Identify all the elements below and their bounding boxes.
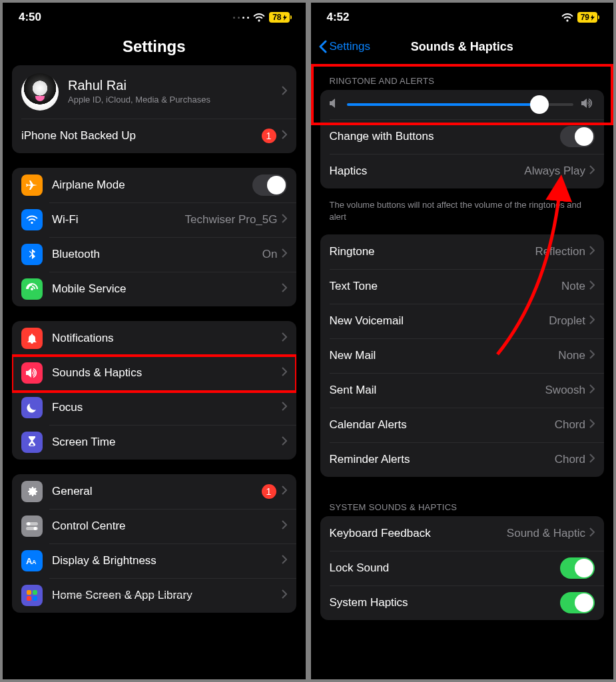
lock-sound-toggle[interactable] xyxy=(560,557,595,579)
svg-rect-9 xyxy=(33,596,37,601)
section-header-ringtone: RINGTONE AND ALERTS xyxy=(320,65,605,90)
keyboard-feedback-row[interactable]: Keyboard Feedback Sound & Haptic xyxy=(320,516,605,551)
volume-slider-row[interactable] xyxy=(320,90,605,119)
profile-sub: Apple ID, iCloud, Media & Purchases xyxy=(68,95,282,106)
airplane-row[interactable]: Airplane Mode xyxy=(12,168,296,202)
system-sounds-group: Keyboard Feedback Sound & Haptic Lock So… xyxy=(320,516,605,620)
chevron-right-icon xyxy=(282,86,287,98)
profile-name: Rahul Rai xyxy=(68,78,282,93)
badge: 1 xyxy=(262,484,276,499)
chevron-right-icon xyxy=(589,454,595,466)
notifications-row[interactable]: Notifications xyxy=(12,321,296,356)
section-header-system: SYSTEM SOUNDS & HAPTICS xyxy=(320,492,605,516)
speaker-low-icon xyxy=(330,99,339,111)
nav-header: Settings Sounds & Haptics xyxy=(311,32,614,61)
ringtone-alerts-group: Change with Buttons Haptics Always Play xyxy=(320,90,605,188)
airplane-toggle[interactable] xyxy=(252,174,287,196)
bell-icon xyxy=(21,328,43,349)
chevron-right-icon xyxy=(589,350,595,362)
moon-icon xyxy=(21,397,43,418)
gear-icon xyxy=(21,481,43,502)
apple-id-row[interactable]: Rahul Rai Apple ID, iCloud, Media & Purc… xyxy=(12,65,296,119)
svg-rect-6 xyxy=(27,590,31,595)
chevron-right-icon xyxy=(589,246,595,258)
text-size-icon: AA xyxy=(21,550,43,571)
avatar xyxy=(21,73,59,111)
svg-point-3 xyxy=(34,527,37,530)
status-bar: 4:52 79 xyxy=(311,3,614,32)
battery-icon: 78 xyxy=(269,12,289,23)
signal-icon xyxy=(233,17,249,19)
wifi-icon xyxy=(253,13,265,22)
clock: 4:50 xyxy=(19,11,41,24)
back-button[interactable]: Settings xyxy=(319,40,370,53)
chevron-right-icon xyxy=(589,165,595,177)
page-title: Sounds & Haptics xyxy=(411,40,513,54)
calendar-alerts-row[interactable]: Calendar Alerts Chord xyxy=(320,408,605,442)
chevron-right-icon xyxy=(282,555,287,567)
wifi-icon xyxy=(561,13,573,22)
volume-slider[interactable] xyxy=(347,103,574,106)
apple-id-group: Rahul Rai Apple ID, iCloud, Media & Purc… xyxy=(12,65,296,153)
display-row[interactable]: AA Display & Brightness xyxy=(12,543,296,578)
antenna-icon xyxy=(21,278,43,300)
wifi-settings-icon xyxy=(21,209,43,230)
bluetooth-row[interactable]: Bluetooth On xyxy=(12,237,296,272)
svg-rect-7 xyxy=(33,590,37,595)
chevron-right-icon xyxy=(589,384,595,396)
general-group: General 1 Control Centre AA Display & Br… xyxy=(12,474,296,613)
change-buttons-toggle[interactable] xyxy=(560,126,595,147)
chevron-right-icon xyxy=(282,589,287,601)
hourglass-icon xyxy=(21,432,43,453)
new-mail-row[interactable]: New Mail None xyxy=(320,338,605,373)
homescreen-row[interactable]: Home Screen & App Library xyxy=(12,578,296,613)
control-centre-row[interactable]: Control Centre xyxy=(12,509,296,543)
text-tone-row[interactable]: Text Tone Note xyxy=(320,269,605,304)
page-title: Settings xyxy=(3,32,306,65)
footer-note: The volume buttons will not affect the v… xyxy=(320,194,605,222)
chevron-right-icon xyxy=(282,367,287,379)
chevron-right-icon xyxy=(282,332,287,344)
bluetooth-icon xyxy=(21,244,43,265)
system-haptics-toggle[interactable] xyxy=(560,592,595,613)
switches-icon xyxy=(21,515,43,537)
chevron-right-icon xyxy=(282,248,287,260)
chevron-right-icon xyxy=(282,486,287,498)
svg-text:A: A xyxy=(32,559,37,565)
sent-mail-row[interactable]: Sent Mail Swoosh xyxy=(320,373,605,408)
change-with-buttons-row[interactable]: Change with Buttons xyxy=(320,119,605,154)
sounds-haptics-row[interactable]: Sounds & Haptics xyxy=(12,356,296,390)
backup-warning-row[interactable]: iPhone Not Backed Up 1 xyxy=(12,119,296,153)
general-row[interactable]: General 1 xyxy=(12,474,296,509)
status-bar: 4:50 78 xyxy=(3,3,306,32)
reminder-alerts-row[interactable]: Reminder Alerts Chord xyxy=(320,442,605,477)
system-haptics-row[interactable]: System Haptics xyxy=(320,585,605,620)
chevron-right-icon xyxy=(589,419,595,431)
speaker-high-icon xyxy=(581,98,595,111)
settings-screen: 4:50 78 Settings Rahul Rai Apple ID, iCl… xyxy=(3,3,306,679)
speaker-icon xyxy=(21,362,43,384)
notifications-group: Notifications Sounds & Haptics Focus xyxy=(12,321,296,460)
screentime-row[interactable]: Screen Time xyxy=(12,425,296,460)
lock-sound-row[interactable]: Lock Sound xyxy=(320,551,605,585)
svg-rect-8 xyxy=(27,596,31,601)
chevron-right-icon xyxy=(282,436,287,448)
wifi-row[interactable]: Wi-Fi Techwiser Pro_5G xyxy=(12,202,296,237)
voicemail-row[interactable]: New Voicemail Droplet xyxy=(320,304,605,338)
mobile-row[interactable]: Mobile Service xyxy=(12,272,296,306)
chevron-right-icon xyxy=(282,402,287,414)
connectivity-group: Airplane Mode Wi-Fi Techwiser Pro_5G Blu… xyxy=(12,168,296,306)
tones-group: Ringtone Reflection Text Tone Note New V… xyxy=(320,234,605,477)
haptics-row[interactable]: Haptics Always Play xyxy=(320,154,605,188)
chevron-right-icon xyxy=(589,280,595,292)
svg-point-1 xyxy=(27,522,31,525)
clock: 4:52 xyxy=(327,11,350,24)
ringtone-row[interactable]: Ringtone Reflection xyxy=(320,234,605,269)
grid-icon xyxy=(21,585,43,606)
chevron-right-icon xyxy=(282,130,287,142)
focus-row[interactable]: Focus xyxy=(12,390,296,425)
chevron-right-icon xyxy=(282,520,287,532)
airplane-icon xyxy=(21,174,43,196)
sounds-haptics-screen: 4:52 79 Settings Sounds & Haptics RINGTO… xyxy=(311,3,614,679)
chevron-right-icon xyxy=(282,283,287,295)
